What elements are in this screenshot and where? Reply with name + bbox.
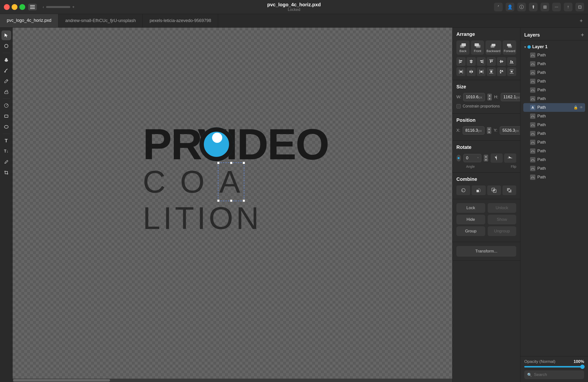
ungroup-button[interactable]: Ungroup: [488, 226, 517, 236]
angle-stepper[interactable]: ▲ ▼: [484, 155, 488, 161]
layer-item-10[interactable]: Path: [523, 138, 585, 147]
tool-transform[interactable]: [1, 41, 11, 51]
nav-forward[interactable]: +: [72, 5, 75, 9]
layer-item-9[interactable]: Path: [523, 129, 585, 138]
angle-input[interactable]: 0 °: [463, 154, 481, 162]
scrollbar-thumb-h[interactable]: [13, 379, 110, 382]
layer-item-11[interactable]: Path: [523, 147, 585, 155]
width-down[interactable]: ▼: [487, 97, 492, 100]
constrain-checkbox[interactable]: [456, 104, 461, 108]
front-button[interactable]: Front: [471, 40, 484, 55]
combine-intersect[interactable]: [487, 185, 501, 195]
forward-button[interactable]: Forward: [503, 40, 516, 55]
export-icon[interactable]: ↑: [564, 3, 572, 11]
layer-item-14[interactable]: Path: [523, 173, 585, 182]
group-button[interactable]: Group: [456, 226, 485, 236]
tool-ellipse[interactable]: [1, 122, 11, 132]
tab-1[interactable]: andrew-small-EfhCUc_fjrU-unsplash: [58, 14, 143, 27]
tool-eraser[interactable]: [1, 87, 11, 96]
sidebar-right-icon[interactable]: ⊡: [575, 3, 584, 11]
layer-item-2[interactable]: Path: [523, 68, 585, 77]
handle-bm[interactable]: [230, 199, 232, 202]
back-button[interactable]: Back: [456, 40, 469, 55]
rotate-knob[interactable]: [456, 155, 461, 161]
dist-bottom[interactable]: [507, 67, 516, 76]
tool-text-flow[interactable]: T↓: [1, 146, 11, 156]
info-icon[interactable]: ⓘ: [517, 3, 526, 11]
align-center-v[interactable]: [466, 57, 476, 66]
align-right[interactable]: [477, 57, 486, 66]
handle-br[interactable]: [243, 199, 245, 202]
tool-rectangle[interactable]: [1, 111, 11, 121]
tab-0[interactable]: pvc_logo_4c_horiz.pxd: [0, 14, 58, 27]
lock-button[interactable]: Lock: [456, 203, 485, 213]
layer-item-12[interactable]: Path: [523, 155, 585, 164]
layer-item-3[interactable]: Path: [523, 77, 585, 86]
tool-crop[interactable]: [1, 168, 11, 177]
canvas-scrollbar-h[interactable]: [13, 379, 452, 382]
device-icon[interactable]: ⎖: [494, 3, 503, 11]
dist-right[interactable]: [477, 67, 486, 76]
coalition-a-selected[interactable]: A: [219, 164, 243, 200]
layer-item-6-selected[interactable]: A Path 🔒 👁: [523, 103, 585, 112]
layout-icon[interactable]: ⊞: [541, 3, 549, 11]
layer-item-5[interactable]: Path: [523, 95, 585, 103]
dist-left[interactable]: [456, 67, 466, 76]
transform-button[interactable]: Transform...: [456, 246, 516, 257]
combine-exclude[interactable]: [503, 185, 516, 195]
dist-center-v[interactable]: [466, 67, 476, 76]
layer-item-4[interactable]: Path: [523, 86, 585, 95]
tool-text[interactable]: T: [1, 136, 11, 146]
tool-pen[interactable]: [1, 101, 11, 110]
angle-up[interactable]: ▲: [484, 155, 488, 158]
close-button[interactable]: [4, 4, 10, 10]
x-up[interactable]: ▲: [487, 127, 491, 131]
x-input[interactable]: 8116.3 px: [463, 126, 484, 134]
tab-2[interactable]: pexels-leticia-azevedo-9569798: [143, 14, 218, 27]
opacity-thumb[interactable]: [580, 364, 585, 369]
hide-button[interactable]: Hide: [456, 215, 485, 224]
sidebar-toggle[interactable]: [28, 4, 37, 10]
combine-subtract[interactable]: [472, 185, 485, 195]
width-input[interactable]: 1010.6 px: [463, 93, 485, 101]
x-stepper[interactable]: ▲ ▼: [487, 127, 491, 134]
layers-search-input[interactable]: [534, 372, 585, 377]
layer-item-0[interactable]: Path: [523, 51, 585, 59]
handle-tl[interactable]: [217, 162, 220, 164]
layer-group-1-header[interactable]: ▾ Layer 1: [523, 43, 585, 51]
width-up[interactable]: ▲: [487, 94, 492, 97]
align-top[interactable]: [487, 57, 496, 66]
height-input[interactable]: 1162.1 px: [501, 93, 520, 101]
handle-bl[interactable]: [217, 199, 220, 202]
combine-union[interactable]: [456, 185, 470, 195]
align-bottom[interactable]: [507, 57, 516, 66]
flip-v[interactable]: [504, 153, 516, 163]
layer-item-7[interactable]: Path: [523, 112, 585, 121]
minimize-button[interactable]: [12, 4, 18, 10]
x-down[interactable]: ▼: [487, 131, 491, 134]
overflow-icon[interactable]: ···: [552, 3, 561, 11]
share-icon[interactable]: ⬆: [529, 3, 538, 11]
tool-eyedropper[interactable]: [1, 157, 11, 167]
handle-tr[interactable]: [243, 162, 245, 164]
tool-pencil[interactable]: [1, 76, 11, 86]
person-icon[interactable]: 👤: [505, 3, 514, 11]
lock-icon[interactable]: 🔒: [573, 105, 578, 110]
layer-item-13[interactable]: Path: [523, 164, 585, 173]
unlock-button[interactable]: Unlock: [488, 203, 517, 213]
layer-item-1[interactable]: Path: [523, 59, 585, 68]
y-input[interactable]: 5526.3 px: [500, 126, 520, 134]
opacity-slider[interactable]: [524, 366, 584, 367]
backward-button[interactable]: Backward: [485, 40, 501, 55]
eye-icon[interactable]: 👁: [580, 105, 583, 110]
flip-h[interactable]: [491, 153, 503, 163]
canvas-area[interactable]: P R VIDEO C O A: [13, 28, 452, 382]
tool-brush[interactable]: [1, 66, 11, 75]
align-left[interactable]: [456, 57, 466, 66]
width-stepper[interactable]: ▲ ▼: [487, 94, 492, 100]
layer-item-8[interactable]: Path: [523, 121, 585, 129]
tool-paint[interactable]: [1, 55, 11, 65]
dist-top[interactable]: [487, 67, 496, 76]
handle-tm[interactable]: [230, 162, 232, 164]
layers-add-button[interactable]: +: [581, 32, 584, 38]
